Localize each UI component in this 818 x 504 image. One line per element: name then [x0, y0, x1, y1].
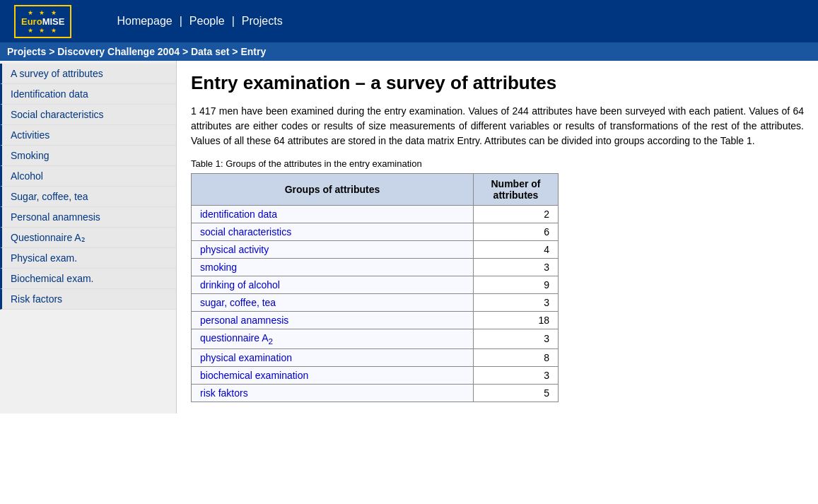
table-cell-count: 3 — [474, 329, 559, 349]
breadcrumb-projects[interactable]: Projects — [7, 46, 46, 57]
table-cell-group[interactable]: physical examination — [192, 348, 474, 366]
logo-box: ★ ★ ★ EuroMISE ★ ★ ★ — [14, 5, 71, 38]
main-layout: A survey of attributes Identification da… — [0, 61, 818, 414]
nav-sep-2: | — [228, 15, 239, 28]
nav-links: Homepage | People | Projects — [114, 15, 285, 28]
table-cell-count: 3 — [474, 366, 559, 384]
table-cell-group[interactable]: physical activity — [192, 241, 474, 259]
col-header-groups: Groups of attributes — [192, 174, 474, 206]
table-cell-count: 4 — [474, 241, 559, 259]
table-cell-group[interactable]: smoking — [192, 259, 474, 276]
sidebar-item-activities[interactable]: Activities — [0, 125, 176, 146]
sidebar-item-sugar[interactable]: Sugar, coffee, tea — [0, 187, 176, 207]
nav-projects[interactable]: Projects — [239, 15, 286, 28]
table-cell-count: 3 — [474, 259, 559, 276]
table-row: smoking3 — [192, 259, 559, 276]
nav-sep-1: | — [175, 15, 187, 28]
nav-homepage[interactable]: Homepage — [114, 15, 175, 28]
table-row: identification data2 — [192, 206, 559, 223]
table-cell-group[interactable]: identification data — [192, 206, 474, 223]
logo-stars-bottom: ★ ★ ★ — [28, 27, 59, 34]
sidebar-item-anamnesis[interactable]: Personal anamnesis — [0, 207, 176, 228]
page-title: Entry examination – a survey of attribut… — [191, 72, 804, 94]
breadcrumb-sep-2: > — [182, 46, 191, 57]
sidebar-item-survey[interactable]: A survey of attributes — [0, 64, 176, 84]
sidebar-item-questionnaire[interactable]: Questionnaire A₂ — [0, 228, 176, 248]
table-row: personal anamnesis18 — [192, 312, 559, 329]
table-row: physical activity4 — [192, 241, 559, 259]
table-cell-count: 5 — [474, 384, 559, 402]
table-cell-group[interactable]: sugar, coffee, tea — [192, 294, 474, 312]
table-cell-count: 3 — [474, 294, 559, 312]
table-cell-group[interactable]: social characteristics — [192, 223, 474, 241]
table-cell-count: 8 — [474, 348, 559, 366]
intro-text: 1 417 men have been examined during the … — [191, 104, 804, 148]
table-cell-group[interactable]: risk faktors — [192, 384, 474, 402]
table-cell-group[interactable]: drinking of alcohol — [192, 276, 474, 294]
table-body: identification data2social characteristi… — [192, 206, 559, 402]
breadcrumb-sep-3: > — [232, 46, 240, 57]
table-cell-count: 18 — [474, 312, 559, 329]
table-cell-count: 9 — [474, 276, 559, 294]
table-row: drinking of alcohol9 — [192, 276, 559, 294]
header: ★ ★ ★ EuroMISE ★ ★ ★ Homepage | People |… — [0, 0, 818, 42]
table-row: social characteristics6 — [192, 223, 559, 241]
table-cell-count: 2 — [474, 206, 559, 223]
table-row: physical examination8 — [192, 348, 559, 366]
content-area: Entry examination – a survey of attribut… — [177, 61, 818, 414]
nav-people[interactable]: People — [187, 15, 228, 28]
sidebar-item-biochemical[interactable]: Biochemical exam. — [0, 269, 176, 289]
sidebar-item-identification[interactable]: Identification data — [0, 84, 176, 105]
table-row: sugar, coffee, tea3 — [192, 294, 559, 312]
sidebar-item-alcohol[interactable]: Alcohol — [0, 166, 176, 187]
table-row: risk faktors5 — [192, 384, 559, 402]
breadcrumb-dataset[interactable]: Data set — [191, 46, 229, 57]
breadcrumb-discovery[interactable]: Discovery Challenge 2004 — [57, 46, 180, 57]
table-caption: Table 1: Groups of the attributes in the… — [191, 158, 804, 169]
table-row: questionnaire A23 — [192, 329, 559, 349]
table-row: biochemical examination3 — [192, 366, 559, 384]
logo-area: ★ ★ ★ EuroMISE ★ ★ ★ — [14, 5, 71, 38]
table-cell-group[interactable]: biochemical examination — [192, 366, 474, 384]
sidebar-item-physical[interactable]: Physical exam. — [0, 248, 176, 269]
breadcrumb-entry: Entry — [240, 46, 266, 57]
logo-stars-top: ★ ★ ★ — [28, 9, 59, 16]
sidebar-item-social[interactable]: Social characteristics — [0, 105, 176, 125]
sidebar-item-risk[interactable]: Risk factors — [0, 289, 176, 310]
breadcrumb-sep-1: > — [49, 46, 57, 57]
attributes-table: Groups of attributes Number of attribute… — [191, 173, 559, 402]
table-cell-group[interactable]: questionnaire A2 — [192, 329, 474, 349]
logo-name: EuroMISE — [21, 16, 64, 27]
table-cell-count: 6 — [474, 223, 559, 241]
breadcrumb-bar: Projects > Discovery Challenge 2004 > Da… — [0, 42, 818, 61]
col-header-count: Number of attributes — [474, 174, 559, 206]
sidebar: A survey of attributes Identification da… — [0, 61, 177, 414]
sidebar-item-smoking[interactable]: Smoking — [0, 146, 176, 166]
table-cell-group[interactable]: personal anamnesis — [192, 312, 474, 329]
